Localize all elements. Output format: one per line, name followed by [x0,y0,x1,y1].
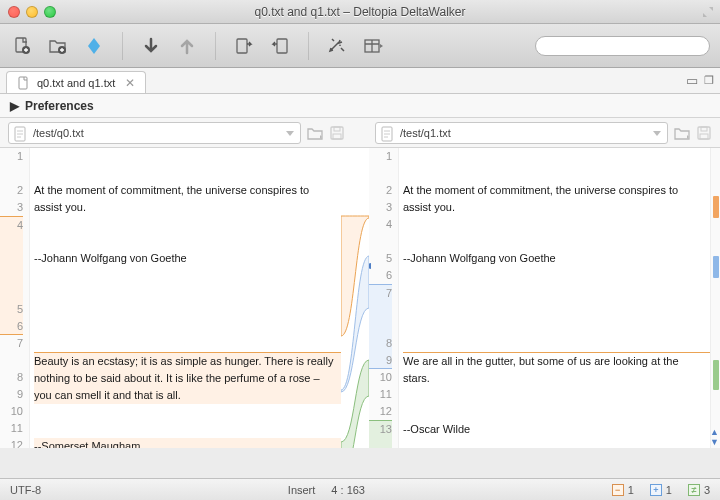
svg-rect-3 [237,39,247,53]
overview-ruler[interactable]: ▲ ▼ [710,148,720,448]
file-path-left[interactable]: /test/q0.txt [8,122,301,144]
merge-left-arrow-icon[interactable] [369,259,373,273]
minimize-window-button[interactable] [26,6,38,18]
layout-button[interactable] [361,34,385,58]
new-file-comparison-button[interactable] [10,34,34,58]
text-line: --Somerset Maugham [34,438,341,448]
text-line: --Johann Wolfgang von Goethe [403,250,710,267]
text-line: --Oscar Wilde [403,421,710,438]
restore-pane-icon[interactable]: ❐ [704,74,714,87]
disclosure-triangle-icon[interactable]: ▶ [10,99,19,113]
scroll-down-icon[interactable]: ▼ [710,438,719,446]
window-title: q0.txt and q1.txt – Deltopia DeltaWalker [0,5,720,19]
copy-right-button[interactable] [232,34,256,58]
svg-marker-11 [286,131,294,136]
close-window-button[interactable] [8,6,20,18]
svg-marker-7 [380,44,383,48]
svg-rect-21 [700,134,708,139]
file-headers: /test/q0.txt /test/q1.txt [0,118,720,148]
titlebar: q0.txt and q1.txt – Deltopia DeltaWalker [0,0,720,24]
status-removed: −1 [612,484,634,496]
preferences-bar[interactable]: ▶ Preferences [0,94,720,118]
document-icon [381,126,395,142]
svg-rect-9 [19,77,27,89]
save-icon[interactable] [696,125,712,141]
text-line: Beauty is an ecstasy; it is as simple as… [34,352,341,404]
text-line [34,301,341,318]
right-gutter: 1 2 3 4 5 6 7 8 9 10 11 12 13 14 15 [369,148,399,448]
text-line [403,301,710,318]
svg-rect-4 [277,39,287,53]
file-header-left: /test/q0.txt [0,118,353,147]
left-pane[interactable]: 1 2 3 4 5 6 7 8 9 10 11 12 13 At the mom… [0,148,341,448]
document-icon [14,126,28,142]
editor-tab-active[interactable]: q0.txt and q1.txt ✕ [6,71,146,93]
text-line: At the moment of commitment, the univers… [403,182,710,216]
browse-folder-icon[interactable] [307,125,323,141]
save-icon[interactable] [329,125,345,141]
copy-left-button[interactable] [268,34,292,58]
browse-folder-icon[interactable] [674,125,690,141]
file-path-right[interactable]: /test/q1.txt [375,122,668,144]
preferences-label: Preferences [25,99,94,113]
search-input[interactable] [535,36,710,56]
status-encoding[interactable]: UTF-8 [10,484,41,496]
svg-rect-15 [333,134,341,139]
left-text[interactable]: At the moment of commitment, the univers… [30,148,341,448]
right-text[interactable]: At the moment of commitment, the univers… [399,148,710,448]
compare-button[interactable] [82,34,106,58]
editor-tab-strip: q0.txt and q1.txt ✕ ▭ ❐ [0,68,720,94]
text-line: At the moment of commitment, the univers… [34,182,341,216]
right-pane[interactable]: 1 2 3 4 5 6 7 8 9 10 11 12 13 14 15 At t… [369,148,710,448]
text-line: We are all in the gutter, but some of us… [403,352,710,387]
fullscreen-icon[interactable] [702,6,714,18]
dropdown-icon[interactable] [651,127,663,139]
left-gutter: 1 2 3 4 5 6 7 8 9 10 11 12 13 [0,148,30,448]
file-header-right: /test/q1.txt [367,118,720,147]
document-icon [17,76,31,90]
svg-marker-5 [339,44,341,46]
next-diff-button[interactable] [139,34,163,58]
status-position: 4 : 163 [331,484,365,496]
close-tab-icon[interactable]: ✕ [125,76,135,90]
scroll-up-icon[interactable]: ▲ [710,428,719,436]
status-changed: ≠3 [688,484,710,496]
dropdown-icon[interactable] [284,127,296,139]
zoom-window-button[interactable] [44,6,56,18]
svg-marker-17 [653,131,661,136]
diff-connector [341,148,369,448]
status-mode[interactable]: Insert [288,484,316,496]
editor-tab-label: q0.txt and q1.txt [37,77,115,89]
diff-panes: 1 2 3 4 5 6 7 8 9 10 11 12 13 At the mom… [0,148,720,448]
status-added: +1 [650,484,672,496]
new-folder-comparison-button[interactable] [46,34,70,58]
status-bar: UTF-8 Insert 4 : 163 −1 +1 ≠3 [0,478,720,500]
window-controls [0,6,56,18]
prev-diff-button[interactable] [175,34,199,58]
minimize-pane-icon[interactable]: ▭ [686,73,698,88]
main-toolbar [0,24,720,68]
text-line: --Johann Wolfgang von Goethe [34,250,341,267]
settings-button[interactable] [325,34,349,58]
